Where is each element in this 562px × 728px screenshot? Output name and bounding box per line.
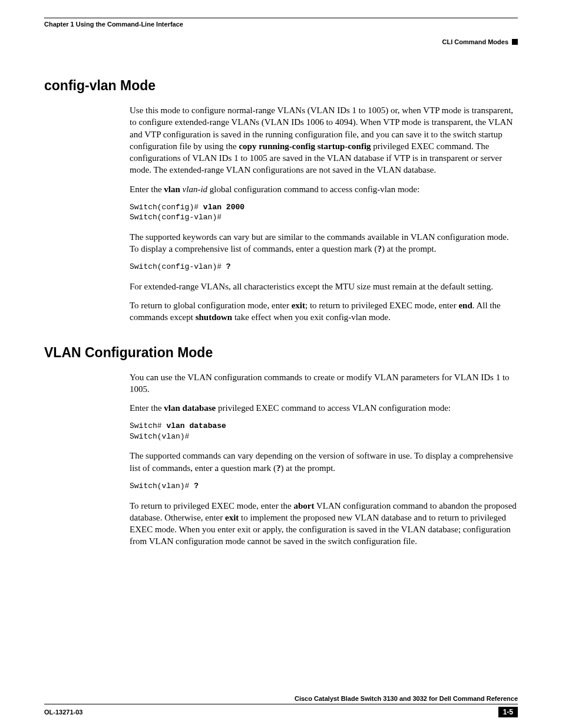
cmd-copy-running-config: copy running-config startup-config — [239, 141, 371, 151]
header-marker-box — [512, 39, 518, 45]
para-s1-p5: To return to global configuration mode, … — [130, 299, 518, 324]
cmd-question: ? — [226, 262, 231, 271]
para-s1-p4: For extended-range VLANs, all characteri… — [130, 281, 518, 292]
para-s1-p3: The supported keywords can vary but are … — [130, 231, 518, 255]
cmd-vlan-database: vlan database — [164, 403, 216, 413]
text: The supported keywords can vary but are … — [130, 232, 509, 253]
cmd-abort: abort — [293, 501, 314, 510]
prompt: Switch(config-vlan)# — [130, 213, 222, 222]
header-chapter: Chapter 1 Using the Command-Line Interfa… — [44, 21, 183, 28]
heading-config-vlan-mode: config-vlan Mode — [44, 78, 518, 94]
cmd-exit: exit — [225, 513, 239, 522]
prompt: Switch# — [130, 421, 166, 430]
para-s1-p1: Use this mode to configure normal-range … — [130, 104, 518, 176]
text: global configuration command to access c… — [207, 185, 419, 194]
para-s2-p2: Enter the vlan database privileged EXEC … — [130, 402, 518, 414]
cmd-vlan-2000: vlan 2000 — [203, 203, 244, 212]
text: To return to global configuration mode, … — [130, 301, 292, 310]
text: privileged EXEC command to access VLAN c… — [216, 403, 451, 413]
page-footer: Cisco Catalyst Blade Switch 3130 and 303… — [44, 695, 518, 717]
text: To return to privileged EXEC mode, enter… — [130, 501, 293, 510]
prompt: Switch(vlan)# — [130, 482, 194, 490]
heading-vlan-configuration-mode: VLAN Configuration Mode — [44, 345, 518, 361]
para-s2-p3: The supported commands can vary dependin… — [130, 450, 518, 474]
para-s1-p2: Enter the vlan vlan-id global configurat… — [130, 183, 518, 195]
page-header: Chapter 1 Using the Command-Line Interfa… — [44, 18, 518, 28]
cmd-shutdown: shutdown — [196, 312, 233, 322]
footer-title: Cisco Catalyst Blade Switch 3130 and 303… — [44, 695, 518, 704]
code-block-s1-2: Switch(config-vlan)# ? — [130, 262, 518, 272]
para-s2-p4: To return to privileged EXEC mode, enter… — [130, 500, 518, 548]
para-s2-p1: You can use the VLAN configuration comma… — [130, 371, 518, 396]
footer-ol-number: OL-13271-03 — [44, 709, 82, 716]
prompt: Switch(vlan)# — [130, 432, 189, 441]
text: ; to return to privileged EXEC mode, ent… — [305, 301, 458, 310]
code-block-s2-1: Switch# vlan database Switch(vlan)# — [130, 421, 518, 442]
text: ) at the prompt. — [382, 244, 436, 253]
question-mark: ? — [378, 244, 382, 253]
cmd-exit: exit — [292, 301, 305, 310]
cmd-question: ? — [194, 482, 199, 490]
code-block-s1-1: Switch(config)# vlan 2000 Switch(config-… — [130, 202, 518, 223]
text: ) at the prompt. — [281, 463, 335, 473]
code-block-s2-2: Switch(vlan)# ? — [130, 481, 518, 492]
prompt: Switch(config)# — [130, 203, 203, 212]
arg-vlan-id: vlan-id — [183, 185, 208, 194]
prompt: Switch(config-vlan)# — [130, 262, 226, 271]
cmd-end: end — [458, 301, 472, 310]
text: Enter the — [130, 403, 164, 413]
cmd-vlan-database-code: vlan database — [166, 421, 226, 430]
header-section-wrap: CLI Command Modes — [44, 38, 518, 45]
question-mark: ? — [276, 463, 281, 473]
text: take effect when you exit config-vlan mo… — [232, 312, 391, 322]
cmd-vlan: vlan — [164, 185, 180, 194]
page-number: 1-5 — [498, 707, 518, 717]
text: Enter the — [130, 185, 164, 194]
header-section: CLI Command Modes — [442, 38, 508, 45]
